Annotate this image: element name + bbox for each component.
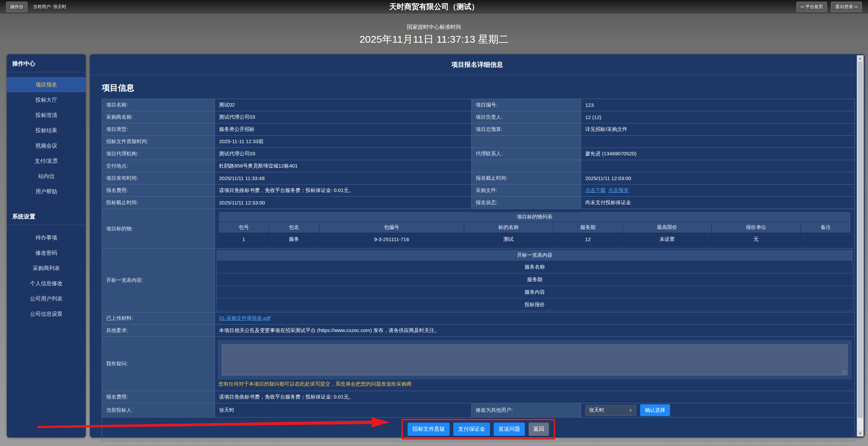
main-panel: 项目报名详细信息 项目信息 项目名称: 测试02 项目编号: 123 采购商名称…	[90, 54, 865, 438]
standard-time-block: 国家授时中心标准时间 2025年11月11日 11:37:13 星期二	[0, 24, 868, 46]
vertical-scrollbar[interactable]: ▲ ▼	[857, 55, 864, 437]
field-label: 招标文件质疑时间:	[102, 136, 215, 148]
console-button[interactable]: 操作台	[6, 2, 27, 12]
section-title-project-info: 项目信息	[102, 82, 865, 93]
field-value: 测试代理公司03	[215, 111, 472, 123]
current-datetime: 2025年11月11日 11:37:13 星期二	[0, 33, 868, 46]
field-value: 服务类公开招标	[215, 123, 472, 136]
field-label	[472, 160, 581, 172]
platform-home-button[interactable]: ⇦ 平台首页	[796, 2, 827, 12]
sidebar-item-site-message[interactable]: 站内信	[7, 169, 86, 184]
sidebar-item-bidding-hall[interactable]: 投标大厅	[7, 92, 86, 108]
sidebar-item-company-users[interactable]: 公司用户列表	[7, 291, 86, 306]
user-select-dropdown[interactable]: 张天时 ▼	[585, 405, 636, 416]
send-question-button[interactable]: 发送问题	[494, 423, 525, 436]
field-label: 项目发布时间:	[102, 172, 215, 185]
field-label: 项目名称:	[102, 99, 215, 111]
subject-table-cell: 项目标的物列表 包号 包名 包编号 标的名称 服务期 最高限价 报价单位 备注 …	[215, 209, 855, 249]
table-row-other-req: 其他要求: 本项目相关公告及变更事项在招采测试平台 (https://www.c…	[102, 325, 855, 337]
purchase-doc-links: 点击下载 点击预览	[581, 185, 855, 197]
user-select-value: 张天时	[589, 407, 604, 413]
sidebar-group-operation-center: 操作中心	[7, 54, 86, 72]
table-row-opening-list: 开标一览表内容: 开标一览表内容 服务名称 服务期 服务内容 投标报价	[102, 249, 855, 312]
cell-package-name: 服务	[269, 233, 319, 246]
sidebar-item-project-signup[interactable]: 项目报名	[7, 77, 86, 92]
scrollbar-thumb[interactable]	[857, 62, 863, 418]
cell-package-no: 1	[219, 233, 269, 246]
confirm-select-button[interactable]: 确认选择	[640, 404, 670, 416]
table-row-uploaded: 已上传材料: 01-采购文件审批表.pdf	[102, 312, 855, 325]
column-header: 服务期	[553, 222, 623, 233]
pay-deposit-button[interactable]: 支付保证金	[453, 423, 490, 436]
table-row-question: 我有疑问: 您有任何对于本项目的疑问都可以在此处填写提交，系统将会把您的问题发送…	[102, 337, 855, 391]
preview-doc-link[interactable]: 点击预览	[608, 187, 629, 193]
signup-fee-value: 该项目免收标书费，免收平台服务费；投标保证金: 0.01元。	[215, 185, 472, 197]
cell-package-code: 9-3-251111-716	[319, 233, 464, 246]
column-header: 备注	[801, 222, 851, 233]
field-label: 其他要求:	[102, 325, 215, 337]
field-label: 投标截止时间:	[102, 197, 215, 209]
sidebar-item-personal-info[interactable]: 个人信息修改	[7, 276, 86, 291]
table-row: 报名费用: 该项目免收标书费，免收平台服务费；投标保证金: 0.01元。 采购文…	[102, 185, 855, 197]
field-value: 杜鹃路858号奥克斯缔壹城12栋401	[215, 160, 472, 172]
table-row-fee: 报名费用: 该项目免收标书费，免收平台服务费；投标保证金: 0.01元。	[102, 391, 855, 403]
scroll-up-icon[interactable]: ▲	[857, 55, 864, 61]
question-textarea[interactable]	[222, 344, 848, 375]
table-row-bidder: 当前投标人: 张天时 修改为其他用户: 张天时 ▼ 确认选择	[102, 403, 855, 418]
field-value: 2025/11/11 11:33:48	[215, 172, 472, 185]
question-hint: 您有任何对于本项目的疑问都可以在此处填写提交，系统将会把您的问题发送给采购商	[218, 381, 851, 387]
page-title: 项目报名详细信息	[90, 60, 865, 69]
field-label: 项目标的物:	[102, 209, 215, 249]
project-info-table: 项目名称: 测试02 项目编号: 123 采购商名称: 测试代理公司03 项目负…	[102, 99, 855, 441]
field-label: 当前投标人:	[102, 403, 215, 418]
sidebar-item-video-meeting[interactable]: 视频会议	[7, 138, 86, 153]
sidebar-item-purchaser-list[interactable]: 采购商列表	[7, 260, 86, 276]
field-label: 报名费用:	[102, 185, 215, 197]
field-label: 代理联系人:	[472, 148, 581, 160]
chevron-down-icon: ▼	[629, 408, 632, 412]
sidebar-item-change-password[interactable]: 修改密码	[7, 245, 86, 260]
sidebar-item-bid-result[interactable]: 投标结果	[7, 123, 86, 138]
bidder-controls-cell: 张天时 ▼ 确认选择	[581, 403, 855, 418]
field-value: 详见招标/采购文件	[581, 123, 855, 136]
field-label: 已上传材料:	[102, 312, 215, 325]
field-value: 测试代理公司03	[215, 148, 472, 160]
challenge-doc-button[interactable]: 招标文件质疑	[408, 423, 450, 436]
logout-button[interactable]: 退出登录 ⇨	[831, 2, 862, 12]
question-textarea-wrap	[218, 340, 852, 380]
field-label: 项目代理机构:	[102, 148, 215, 160]
sidebar-item-todo[interactable]: 待办事项	[7, 230, 86, 245]
download-doc-link[interactable]: 点击下载	[585, 187, 606, 193]
field-label: 报名状态:	[472, 197, 581, 209]
column-header: 报价单位	[712, 222, 801, 233]
opening-list-item: 服务名称	[217, 261, 853, 273]
sidebar-item-user-help[interactable]: 用户帮助	[7, 184, 86, 199]
field-label: 报名费用:	[102, 391, 215, 403]
subject-table-title: 项目标的物列表	[219, 212, 851, 222]
opening-list-title: 开标一览表内容	[217, 250, 853, 261]
table-row: 采购商名称: 测试代理公司03 项目负责人: 12 (12)	[102, 111, 855, 123]
back-button[interactable]: 返回	[529, 423, 549, 436]
opening-list-item: 服务内容	[217, 286, 853, 298]
question-cell: 您有任何对于本项目的疑问都可以在此处填写提交，系统将会把您的问题发送给采购商	[215, 337, 855, 391]
field-value: 廖先进 (13469070520)	[581, 148, 855, 160]
table-row: 项目代理机构: 测试代理公司03 代理联系人: 廖先进 (13469070520…	[102, 148, 855, 160]
sidebar-item-payment-invoice[interactable]: 支付/发票	[7, 153, 86, 169]
current-bidder-value: 张天时	[215, 403, 472, 418]
field-label: 项目总预算:	[472, 123, 581, 136]
current-user-label: 当前用户: 张天时	[33, 4, 66, 10]
subject-table: 项目标的物列表 包号 包名 包编号 标的名称 服务期 最高限价 报价单位 备注 …	[218, 212, 851, 246]
annotation-red-rectangle: 招标文件质疑 支付保证金 发送问题 返回	[401, 419, 555, 440]
field-label	[472, 136, 581, 148]
scroll-down-icon[interactable]: ▼	[857, 430, 864, 437]
field-value: 测试02	[215, 99, 472, 111]
field-value: 12 (12)	[581, 111, 855, 123]
uploaded-file-cell: 01-采购文件审批表.pdf	[215, 312, 855, 325]
company-title: 天时商贸有限公司（测试）	[0, 2, 868, 12]
table-row: 项目名称: 测试02 项目编号: 123	[102, 99, 855, 111]
sidebar-item-bid-clarification[interactable]: 投标澄清	[7, 108, 86, 123]
column-header: 包号	[219, 222, 269, 233]
sidebar-item-company-info[interactable]: 公司信息设置	[7, 306, 86, 322]
uploaded-file-link[interactable]: 01-采购文件审批表.pdf	[219, 315, 271, 321]
field-value: 2025-11-11 12:33前	[215, 136, 472, 148]
